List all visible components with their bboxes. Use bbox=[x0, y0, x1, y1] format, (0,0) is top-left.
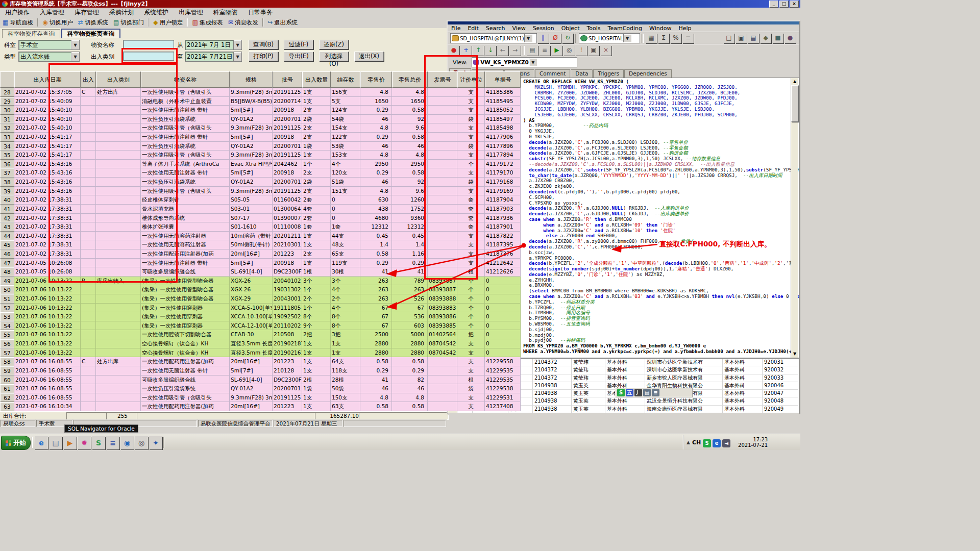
browser-globe-icon[interactable]: ◉ bbox=[120, 436, 134, 449]
sql-menu-view[interactable]: View bbox=[509, 25, 529, 32]
keyboard-icon[interactable]: ▤ bbox=[643, 389, 651, 396]
list-icon[interactable]: ≡ bbox=[682, 33, 694, 43]
start-button[interactable]: 开始 bbox=[1, 436, 31, 450]
table-row[interactable]: 572021-07-06 10:13:22空心接骨螺钉（钛合金）KH直径3.5m… bbox=[0, 348, 521, 358]
chevron-down-icon[interactable]: ▼ bbox=[524, 34, 532, 42]
toolbar-退出系统[interactable]: ↪退出系统 bbox=[265, 18, 300, 27]
tray-collapse-icon[interactable]: ▲ bbox=[687, 440, 690, 445]
stop-icon[interactable]: Ø bbox=[550, 33, 561, 43]
wubi-icon[interactable]: 五 bbox=[626, 389, 633, 396]
sql-tab-comment[interactable]: Comment bbox=[535, 69, 570, 78]
session-select[interactable]: SD_HOSPITAL ▼ bbox=[579, 33, 640, 43]
volume-icon[interactable]: ◄ bbox=[722, 439, 730, 447]
record-icon[interactable]: ● bbox=[448, 45, 459, 56]
table-row[interactable]: 632021-07-06 16:10:34一次性使用配药用注射器(加药20ml[… bbox=[0, 402, 521, 411]
sql-menu-session[interactable]: Session bbox=[529, 25, 558, 32]
menu-item-库存管理[interactable]: 库存管理 bbox=[69, 8, 104, 17]
column-header-零售价[interactable]: 零售价 bbox=[360, 71, 392, 88]
debug-icon[interactable]: ! bbox=[576, 45, 587, 56]
button-还原(Z)[interactable]: 还原(Z) bbox=[319, 40, 349, 49]
window-icon[interactable]: □ bbox=[723, 33, 734, 43]
scroll-up-icon[interactable]: ▲ bbox=[791, 78, 798, 85]
table-row[interactable]: 512021-07-06 10:13:22(集采）一次性使用管型吻合器XGX-2… bbox=[0, 294, 521, 304]
doc-icon[interactable]: ▤ bbox=[527, 45, 538, 56]
table-row[interactable]: 622021-07-06 16:08:55一次性使用吸引管（含吸引头9.3mm(… bbox=[0, 393, 521, 403]
table-row[interactable]: 602021-07-06 16:08:55可吸收多股编织缝合线SL-691[4-… bbox=[0, 375, 521, 385]
forward-icon[interactable]: → bbox=[509, 45, 521, 56]
rows-icon[interactable]: ▤ bbox=[748, 33, 759, 43]
toolbar-消息收发[interactable]: ✉消息收发 bbox=[226, 18, 261, 27]
from-date-select[interactable]: 2021年 7月 1日▼ bbox=[185, 40, 242, 50]
column-header-批号[interactable]: 批号 bbox=[273, 71, 302, 88]
button-退出(X)[interactable]: 退出(X) bbox=[354, 52, 384, 61]
find-icon[interactable]: ◎ bbox=[564, 45, 575, 56]
input-language-indicator[interactable]: CH bbox=[692, 439, 701, 446]
tab-科室物资帐页查询[interactable]: 科室物资帐页查询 bbox=[61, 29, 120, 38]
scroll-down-icon[interactable]: ▼ bbox=[791, 350, 798, 358]
sql-tab-triggers[interactable]: Triggers bbox=[593, 69, 624, 78]
menu-item-入库管理[interactable]: 入库管理 bbox=[35, 8, 69, 17]
tab-科室物资库存查询[interactable]: 科室物资库存查询 bbox=[2, 29, 60, 38]
sql-tab-dependencies[interactable]: Dependencies bbox=[624, 69, 672, 78]
sql-menu-object[interactable]: Object bbox=[558, 25, 583, 32]
button-查询(B)[interactable]: 查询(B) bbox=[249, 40, 278, 49]
sum-icon[interactable]: Σ bbox=[658, 33, 669, 43]
to-date-select[interactable]: 2021年 7月21日▼ bbox=[185, 52, 242, 62]
chevron-down-icon[interactable]: ▼ bbox=[233, 52, 241, 61]
media-player-icon[interactable]: ▶ bbox=[63, 436, 77, 449]
chevron-down-icon[interactable]: ▼ bbox=[623, 34, 631, 42]
block-icon[interactable]: ■ bbox=[772, 33, 783, 43]
sql-menu-teamcoding[interactable]: TeamCoding bbox=[604, 25, 646, 32]
sql-tab-data[interactable]: Data bbox=[571, 69, 593, 78]
frame-icon[interactable]: ▣ bbox=[588, 45, 599, 56]
refresh-icon[interactable]: ↻ bbox=[562, 33, 573, 43]
menu-item-采购计划[interactable]: 采购计划 bbox=[104, 8, 139, 17]
minimize-button[interactable]: _ bbox=[769, 1, 778, 8]
browser-tray-icon[interactable]: e bbox=[713, 439, 721, 447]
diamond-icon[interactable]: ◆ bbox=[760, 33, 771, 43]
camera-icon[interactable]: ◎ bbox=[135, 436, 148, 449]
column-header-结存数[interactable]: 结存数 bbox=[331, 71, 360, 88]
percent-icon[interactable]: % bbox=[670, 33, 681, 43]
table-row[interactable]: 532021-07-06 10:13:22(集采）一次性使用穿刺器XCCA-10… bbox=[0, 312, 521, 321]
column-header-出入数量[interactable]: 出入数量 bbox=[302, 71, 331, 88]
table-row[interactable]: 522021-07-06 10:13:22(集采）一次性使用穿刺器XCCA-5-… bbox=[0, 304, 521, 313]
grid-icon[interactable]: ▦ bbox=[646, 33, 657, 43]
chevron-down-icon[interactable]: ▼ bbox=[71, 52, 79, 61]
table-row[interactable]: 612021-07-06 16:08:55一次性负压引流袋系统QY-01A220… bbox=[0, 384, 521, 393]
menu-icon[interactable]: ≡ bbox=[652, 389, 659, 396]
show-desktop-icon[interactable]: ▤ bbox=[49, 436, 62, 449]
column-header-规格[interactable]: 规格 bbox=[230, 71, 273, 88]
type-select[interactable]: 出入流水账▼ bbox=[18, 52, 80, 62]
button-打印(P)[interactable]: 打印(P) bbox=[249, 52, 278, 61]
column-header-单据号[interactable]: 单据号 bbox=[485, 71, 521, 88]
ie-icon[interactable]: e bbox=[35, 436, 48, 449]
sql-menu-window[interactable]: Window bbox=[646, 25, 675, 32]
lines-icon[interactable]: ≡ bbox=[539, 45, 550, 56]
down-icon[interactable]: ↓ bbox=[485, 45, 496, 56]
back-icon[interactable]: ← bbox=[497, 45, 508, 56]
yilianzhong-logo-icon[interactable]: ✹ bbox=[78, 436, 91, 449]
sogou-tray-icon[interactable]: S bbox=[703, 439, 711, 447]
column-header-零售总价[interactable]: 零售总价 bbox=[392, 71, 428, 88]
close-doc-icon[interactable]: × bbox=[600, 45, 611, 56]
table-row[interactable]: 592021-07-06 16:08:55一次性使用无菌注射器 带针5ml[7#… bbox=[0, 366, 521, 375]
chevron-down-icon[interactable]: ▼ bbox=[71, 40, 79, 49]
menu-item-系统维护[interactable]: 系统维护 bbox=[139, 8, 174, 17]
close-button[interactable]: × bbox=[790, 1, 799, 8]
connection-select[interactable]: SD_HOSPITAL@FJLNYY(1) ▼ bbox=[450, 33, 537, 43]
up-icon[interactable]: ↑ bbox=[473, 45, 484, 56]
toolbar-导航面板[interactable]: ▦导航面板 bbox=[0, 18, 36, 27]
toolbar-切换用户[interactable]: ◉切换用户 bbox=[40, 18, 75, 27]
add-icon[interactable]: + bbox=[460, 45, 472, 56]
taskbar-clock[interactable]: 17:23 2021-07-21 bbox=[735, 437, 768, 448]
toolbar-切换系统[interactable]: ⇄切换系统 bbox=[76, 18, 111, 27]
toolbar-集成报表[interactable]: ▥集成报表 bbox=[189, 18, 225, 27]
table-row[interactable]: 562021-07-06 10:13:22空心接骨螺钉（钛合金）KH直径3.5m… bbox=[0, 339, 521, 348]
table-row[interactable]: 502021-07-06 10:13:22(集采）一次性使用管型吻合器XGX-2… bbox=[0, 285, 521, 294]
chevron-down-icon[interactable]: ▼ bbox=[233, 40, 241, 49]
dept-select[interactable]: 手术室▼ bbox=[18, 40, 80, 50]
maximize-button[interactable]: □ bbox=[779, 1, 789, 8]
panel-icon[interactable]: ▣ bbox=[736, 33, 747, 43]
table-row[interactable]: 552021-07-06 10:13:22一次性使用腔镜下切割吻合器CEAB-3… bbox=[0, 330, 521, 339]
